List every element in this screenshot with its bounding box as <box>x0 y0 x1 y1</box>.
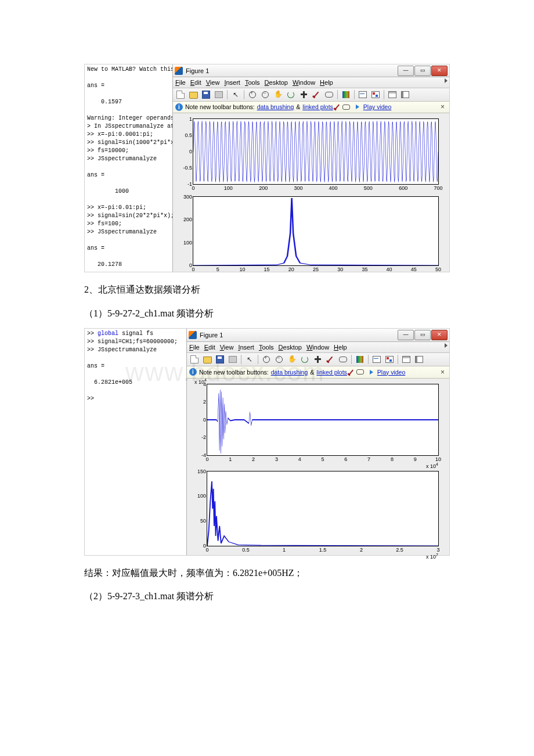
xtick: 7 <box>367 456 370 462</box>
maximize-button[interactable]: ▭ <box>414 330 431 340</box>
figure-titlebar: Figure 1 — ▭ ✕ <box>173 64 449 77</box>
data-brushing-link[interactable]: data brushing <box>271 369 308 376</box>
rotate-button[interactable] <box>299 354 311 365</box>
print-button[interactable] <box>213 89 225 100</box>
brush-button[interactable] <box>324 354 336 365</box>
linked-plots-link[interactable]: linked plots <box>316 369 347 376</box>
menu-edit[interactable]: Edit <box>190 79 201 86</box>
new-icon <box>176 91 185 99</box>
ytick: 0 <box>192 417 206 423</box>
pointer-button[interactable]: ↖ <box>230 89 241 100</box>
toolbar-separator <box>384 90 384 99</box>
xtick: 45 <box>411 267 417 272</box>
menu-window[interactable]: Window <box>306 344 329 351</box>
axes-signal[interactable]: x 104 4 2 0 -2 -4 0 1 2 3 4 5 6 7 8 9 10 <box>207 384 439 456</box>
zoom-out-button[interactable] <box>273 354 285 365</box>
dock-button[interactable] <box>387 89 398 100</box>
pointer-button[interactable]: ↖ <box>244 354 255 365</box>
figure-title: Figure 1 <box>200 332 397 339</box>
linked-plots-link[interactable]: linked plots <box>302 103 333 110</box>
new-figure-button[interactable] <box>189 354 200 365</box>
pan-button[interactable]: ✋ <box>272 89 284 100</box>
link-button[interactable] <box>323 89 335 100</box>
toolbar-separator <box>258 355 258 364</box>
menu-overflow-icon[interactable] <box>445 343 448 348</box>
command-window: New to MATLAB? Watch this Video. ans = 0… <box>85 64 172 272</box>
menu-view[interactable]: View <box>206 79 220 86</box>
menu-desktop[interactable]: Desktop <box>265 79 288 86</box>
link-mini-icon <box>356 369 364 375</box>
play-video-link[interactable]: Play video <box>377 369 405 376</box>
new-figure-button[interactable] <box>175 89 186 100</box>
spectrum-line <box>193 197 438 265</box>
xtick: 40 <box>387 267 392 272</box>
zoom-out-button[interactable] <box>259 89 271 100</box>
dock-button[interactable] <box>400 354 412 365</box>
x-multiplier: x 107 <box>426 553 438 560</box>
axes-spectrum[interactable]: 300 200 100 0 0 5 10 15 20 25 30 35 40 4… <box>193 196 439 266</box>
colormap-icon <box>342 91 349 98</box>
pan-button[interactable]: ✋ <box>286 354 298 365</box>
zoom-in-button[interactable] <box>247 89 258 100</box>
zoom-in-button[interactable] <box>261 354 272 365</box>
brush-mini-icon <box>335 105 340 110</box>
print-icon <box>215 91 223 98</box>
menu-tools[interactable]: Tools <box>245 79 260 86</box>
menu-help[interactable]: Help <box>320 79 333 86</box>
menu-edit[interactable]: Edit <box>204 344 215 351</box>
menu-window[interactable]: Window <box>293 79 315 86</box>
menu-insert[interactable]: Insert <box>224 79 240 86</box>
menu-desktop[interactable]: Desktop <box>279 344 302 351</box>
data-cursor-button[interactable] <box>298 89 309 100</box>
note-close-button[interactable]: × <box>438 368 447 376</box>
data-cursor-button[interactable] <box>312 354 323 365</box>
ytick: 150 <box>192 469 206 474</box>
menu-view[interactable]: View <box>220 344 234 351</box>
info-icon: i <box>189 368 197 376</box>
menu-help[interactable]: Help <box>334 344 347 351</box>
pointer-icon: ↖ <box>247 355 252 363</box>
subsection-heading-1: （1）5-9-27-2_ch1.mat 频谱分析 <box>84 305 450 322</box>
save-button[interactable] <box>200 89 212 100</box>
axes-signal[interactable]: 1 0.5 0 -0.5 -1 0 100 200 300 400 500 60… <box>193 118 439 185</box>
rotate-button[interactable] <box>285 89 297 100</box>
data-brushing-link[interactable]: data brushing <box>257 103 294 110</box>
open-button[interactable] <box>201 354 213 365</box>
play-video-link[interactable]: Play video <box>363 103 391 110</box>
print-icon <box>229 356 237 363</box>
axes-spectrum[interactable]: 150 100 50 0 0 0.5 1 1.5 2 2.5 3 x 107 <box>207 471 439 546</box>
ytick: 0 <box>192 543 206 549</box>
menu-file[interactable]: File <box>175 79 186 86</box>
toolbar-separator <box>227 90 228 99</box>
colorbar-button[interactable] <box>384 354 395 365</box>
colormap-button[interactable] <box>340 89 352 100</box>
matlab-screenshot-2: www.bdocx.com >> global signal fs >> sig… <box>84 328 450 556</box>
section-heading-2: 2、北京恒通达数据频谱分析 <box>84 282 450 298</box>
ytick: 50 <box>192 518 206 524</box>
close-button[interactable]: ✕ <box>431 66 448 76</box>
menu-overflow-icon[interactable] <box>445 78 448 83</box>
maximize-button[interactable]: ▭ <box>414 66 431 76</box>
minimize-button[interactable]: — <box>398 330 414 340</box>
menu-insert[interactable]: Insert <box>238 344 254 351</box>
colorbar-button[interactable] <box>370 89 381 100</box>
undock-button[interactable] <box>399 89 411 100</box>
open-button[interactable] <box>187 89 199 100</box>
xtick: 10 <box>239 267 245 272</box>
close-button[interactable]: ✕ <box>431 330 448 340</box>
ytick: 0.5 <box>178 132 192 138</box>
legend-button[interactable] <box>371 354 383 365</box>
brush-button[interactable] <box>311 89 322 100</box>
undock-button[interactable] <box>413 354 425 365</box>
legend-button[interactable] <box>357 89 369 100</box>
note-close-button[interactable]: × <box>438 103 447 111</box>
xtick: 2 <box>252 456 255 462</box>
minimize-button[interactable]: — <box>398 66 414 76</box>
menu-file[interactable]: File <box>189 344 200 351</box>
menu-tools[interactable]: Tools <box>259 344 274 351</box>
colormap-button[interactable] <box>354 354 366 365</box>
save-button[interactable] <box>214 354 226 365</box>
ytick: -0.5 <box>178 165 192 171</box>
print-button[interactable] <box>227 354 239 365</box>
link-button[interactable] <box>337 354 349 365</box>
